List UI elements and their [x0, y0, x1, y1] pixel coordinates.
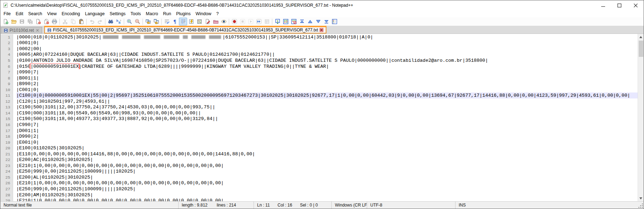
zoom-out-icon[interactable]	[133, 18, 141, 25]
compare-set-first-icon[interactable]: 1	[273, 18, 282, 25]
new-file-icon[interactable]	[1, 18, 10, 25]
show-indent-guide-icon[interactable]	[179, 18, 187, 25]
monitoring-icon[interactable]	[220, 18, 228, 25]
menu-item-help[interactable]: ?	[214, 11, 221, 17]
line-text[interactable]: |E001|0|	[16, 139, 638, 145]
line-text[interactable]: |C190|500|3101|18,00|49377,33|49377,33|8…	[16, 116, 638, 122]
line-text[interactable]: |C120|1|30102501|997,29|4593,61||	[16, 98, 638, 104]
menu-item-view[interactable]: View	[45, 11, 59, 17]
line-text[interactable]: |D001|1|	[16, 128, 638, 134]
macro-run-multiple-icon[interactable]	[255, 18, 263, 25]
status-eol-format[interactable]: Windows (CR LF)	[331, 202, 367, 209]
menu-item-language[interactable]: Language	[82, 11, 107, 17]
menu-item-macro[interactable]: Macro	[143, 11, 161, 17]
macro-play-icon[interactable]	[246, 18, 255, 25]
paste-icon[interactable]	[77, 18, 85, 25]
tab-1[interactable]: PI10100d.ret	[1, 27, 42, 34]
copy-icon[interactable]	[69, 18, 77, 25]
compare-icon[interactable]	[282, 18, 290, 25]
line-text[interactable]: |E250|999|0,00|20112025|100099|||||10202…	[16, 186, 638, 192]
redo-icon[interactable]	[96, 18, 104, 25]
line-text[interactable]: |0100|ANTONIO JULIO ANDRADE DA SILVA|169…	[16, 58, 638, 64]
menu-item-encoding[interactable]: Encoding	[59, 11, 82, 17]
menu-item-run[interactable]: Run	[161, 11, 174, 17]
compare-nav-bar-icon[interactable]	[330, 18, 338, 25]
compare-clear-icon[interactable]	[290, 18, 298, 25]
status-line: Ln : 11	[257, 203, 270, 208]
line-text[interactable]: |0990|7|	[16, 69, 638, 75]
undo-icon[interactable]	[88, 18, 96, 25]
status-typing-mode[interactable]: INS	[455, 202, 637, 209]
line-text[interactable]: |E210|1|0,00|0,00|0,00|0,00|0,00|0,00|0,…	[16, 198, 638, 201]
tab-close-icon[interactable]	[35, 28, 40, 32]
find-icon[interactable]	[106, 18, 115, 25]
line-text[interactable]: |C001|0|	[16, 87, 638, 93]
line-text[interactable]: |B001|1|	[16, 75, 638, 81]
save-all-icon[interactable]	[26, 18, 34, 25]
replace-icon[interactable]: ha	[115, 18, 123, 25]
line-number: 23	[0, 163, 13, 169]
zoom-in-icon[interactable]	[125, 18, 133, 25]
line-text[interactable]: |D990|2|	[16, 133, 638, 139]
nav-last-icon[interactable]	[322, 18, 330, 25]
scroll-up-icon[interactable]	[638, 34, 644, 40]
fold-margin	[13, 180, 16, 186]
line-text[interactable]: |0150|00000005910001EX|CRABTREE OF GATES…	[16, 64, 638, 70]
line-text[interactable]: |0005|ARO|07224160|DUQUE BACELAR|63||CID…	[16, 52, 638, 58]
sync-vertical-scroll-icon[interactable]	[144, 18, 152, 25]
nav-first-icon[interactable]	[298, 18, 306, 25]
macro-stop-icon[interactable]	[238, 18, 246, 25]
menu-item-plugins[interactable]: Plugins	[174, 11, 193, 17]
line-text[interactable]: |E210|1|0,00|0,00|0,00|0,00|0,00|0,00|0,…	[16, 180, 638, 186]
line-text[interactable]: |E100|01102025|30102025|	[16, 145, 638, 151]
minimize-button[interactable]	[595, 0, 611, 10]
line-text[interactable]: |C190|500|3101|12,00|37750,24|37750,24|4…	[16, 104, 638, 111]
macro-save-icon[interactable]	[263, 18, 271, 25]
maximize-button[interactable]	[611, 0, 627, 10]
sync-horizontal-scroll-icon[interactable]	[152, 18, 160, 25]
line-text[interactable]: |0000|018|0|01102025|30102025||610755520…	[16, 34, 638, 40]
line-text[interactable]: |0002|00|	[16, 46, 638, 52]
nav-next-icon[interactable]	[314, 18, 322, 25]
function-list-icon[interactable]	[187, 18, 195, 25]
menu-item-file[interactable]: File	[1, 11, 13, 17]
line-text[interactable]: |C990|7|	[16, 122, 638, 128]
line-text[interactable]: |C100|0|0|00000005910001EX|55|00|2|95697…	[16, 92, 638, 98]
tab-2-active[interactable]: FISCAL_61075552000153_EFD_ICMS_IPI_20251…	[44, 26, 327, 34]
document-map-icon[interactable]	[195, 18, 203, 25]
line-text[interactable]: |E210|1|0,00|0,00|0,00|0,00|0,00|0,00|0,…	[16, 163, 638, 169]
line-text[interactable]: |E200|AM|01102025|30102025|	[16, 192, 638, 198]
line-text[interactable]: |C190|000|3101|18,00|5549,60|5549,60|998…	[16, 110, 638, 116]
line-text[interactable]: |E200|AL|01102025|30102025|	[16, 174, 638, 180]
menu-item-edit[interactable]: Edit	[13, 11, 26, 17]
vertical-scrollbar[interactable]	[638, 34, 644, 201]
document-list-icon[interactable]	[203, 18, 211, 25]
status-encoding[interactable]: UTF-8	[367, 202, 455, 209]
macro-record-icon[interactable]	[230, 18, 238, 25]
menu-item-tools[interactable]: Tools	[128, 11, 143, 17]
word-wrap-icon[interactable]	[163, 18, 171, 25]
close-all-files-icon[interactable]	[42, 18, 50, 25]
editor[interactable]: 1|0000|018|0|01102025|30102025||61075552…	[0, 34, 644, 201]
line-text[interactable]: |E200|AC|01102025|30102025|	[16, 157, 638, 163]
show-all-characters-icon[interactable]: ¶	[171, 18, 179, 25]
nav-previous-icon[interactable]	[306, 18, 314, 25]
line-text[interactable]: |E250|999|0,00|20112025|100099|||||10202…	[16, 169, 638, 175]
tab-close-icon[interactable]	[319, 28, 324, 32]
scrollbar-thumb[interactable]	[639, 41, 643, 57]
menu-item-window[interactable]: Window	[193, 11, 214, 17]
line-text[interactable]: |E110|0,00|0,00|0,00|0,00|14416,88|0,00|…	[16, 151, 638, 157]
cut-icon[interactable]	[61, 18, 69, 25]
close-button[interactable]	[627, 0, 644, 10]
line-text[interactable]: |0001|0|	[16, 40, 638, 46]
line-text[interactable]: |B990|2|	[16, 81, 638, 87]
folder-as-workspace-icon[interactable]	[211, 18, 220, 25]
close-file-icon[interactable]	[34, 18, 42, 25]
menu-item-settings[interactable]: Settings	[107, 11, 128, 17]
open-file-icon[interactable]	[10, 18, 18, 25]
print-icon[interactable]	[50, 18, 58, 25]
editor-line: 10|C001|0|	[0, 87, 638, 93]
save-icon[interactable]	[18, 18, 26, 25]
scroll-down-icon[interactable]	[638, 195, 644, 201]
menu-item-search[interactable]: Search	[26, 11, 45, 17]
